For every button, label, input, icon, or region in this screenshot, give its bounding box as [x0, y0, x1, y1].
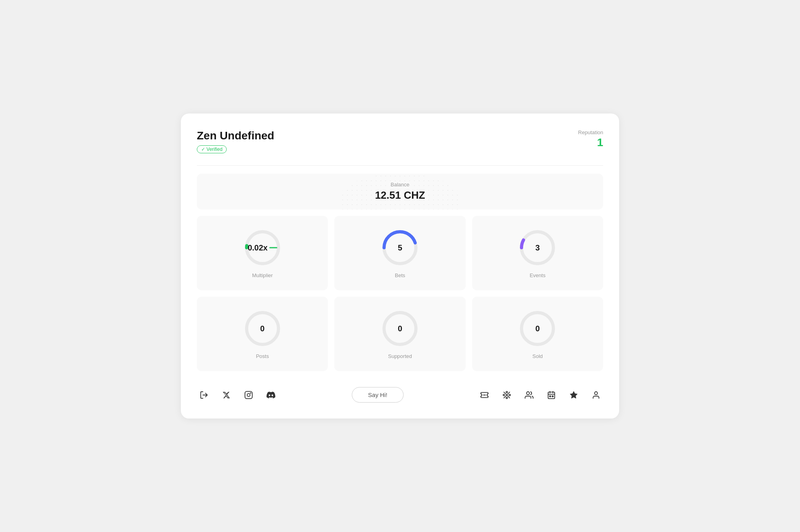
donut-bets: 5 — [380, 228, 420, 268]
stat-value-multiplier: 0.02x — [248, 243, 268, 252]
calendar-icon[interactable] — [544, 388, 559, 402]
stat-label-supported: Supported — [388, 353, 412, 359]
instagram-icon[interactable] — [241, 388, 256, 402]
reputation-label: Reputation — [578, 129, 603, 135]
stat-label-multiplier: Multiplier — [252, 272, 273, 278]
stat-card-posts: 0 Posts — [197, 297, 328, 371]
svg-point-11 — [247, 393, 250, 396]
stat-label-sold: Sold — [532, 353, 543, 359]
svg-point-17 — [506, 397, 508, 399]
stat-card-sold: 0 Sold — [472, 297, 603, 371]
svg-point-16 — [506, 391, 508, 393]
stat-label-posts: Posts — [256, 353, 269, 359]
balance-section: Balance 12.51 CHZ — [197, 174, 603, 209]
profile-name: Zen Undefined — [197, 129, 274, 142]
svg-rect-21 — [548, 392, 555, 399]
card-header: Zen Undefined ✓ Verified Reputation 1 — [197, 129, 603, 153]
reputation-value: 1 — [578, 136, 603, 149]
verified-badge: ✓ Verified — [197, 145, 227, 153]
stat-card-bets: 5 Bets — [334, 216, 465, 290]
stat-card-supported: 0 Supported — [334, 297, 465, 371]
svg-point-18 — [503, 394, 505, 396]
star-icon[interactable] — [567, 388, 581, 402]
stat-card-events: 3 Events — [472, 216, 603, 290]
share-icon[interactable] — [197, 388, 211, 402]
group-icon[interactable] — [522, 388, 536, 402]
social-icons — [197, 388, 278, 402]
stats-grid: 0.02x Multiplier 5 Bets — [197, 216, 603, 371]
stat-value-sold: 0 — [535, 324, 540, 333]
bg-decoration — [340, 174, 460, 209]
header-divider — [197, 165, 603, 166]
stat-value-bets: 5 — [398, 243, 402, 252]
ticket-icon[interactable] — [477, 388, 492, 402]
discord-icon[interactable] — [264, 388, 278, 402]
header-left: Zen Undefined ✓ Verified — [197, 129, 274, 153]
stat-card-multiplier: 0.02x Multiplier — [197, 216, 328, 290]
svg-rect-25 — [549, 395, 551, 397]
donut-supported: 0 — [380, 309, 420, 348]
donut-posts: 0 — [243, 309, 282, 348]
say-hi-button[interactable]: Say Hi! — [352, 387, 404, 403]
tools-icon[interactable] — [500, 388, 514, 402]
svg-point-19 — [509, 394, 510, 396]
multiplier-bar — [269, 247, 277, 248]
stat-label-bets: Bets — [395, 272, 405, 278]
stat-value-posts: 0 — [260, 324, 265, 333]
svg-point-20 — [527, 391, 529, 394]
donut-multiplier: 0.02x — [243, 228, 282, 268]
svg-point-28 — [594, 391, 597, 394]
svg-rect-10 — [245, 391, 252, 398]
stat-label-events: Events — [529, 272, 545, 278]
stat-value-supported: 0 — [398, 324, 402, 333]
donut-events: 3 — [518, 228, 557, 268]
donut-sold: 0 — [518, 309, 557, 348]
x-twitter-icon[interactable] — [219, 388, 233, 402]
profile-card: Zen Undefined ✓ Verified Reputation 1 Ba… — [181, 113, 619, 419]
profile-icon[interactable] — [589, 388, 603, 402]
stat-value-events: 3 — [535, 243, 540, 252]
svg-rect-26 — [552, 395, 553, 397]
svg-point-12 — [250, 393, 251, 393]
action-icons — [477, 388, 603, 402]
reputation-section: Reputation 1 — [578, 129, 603, 149]
bottom-bar: Say Hi! — [197, 383, 603, 403]
svg-marker-27 — [570, 391, 577, 398]
